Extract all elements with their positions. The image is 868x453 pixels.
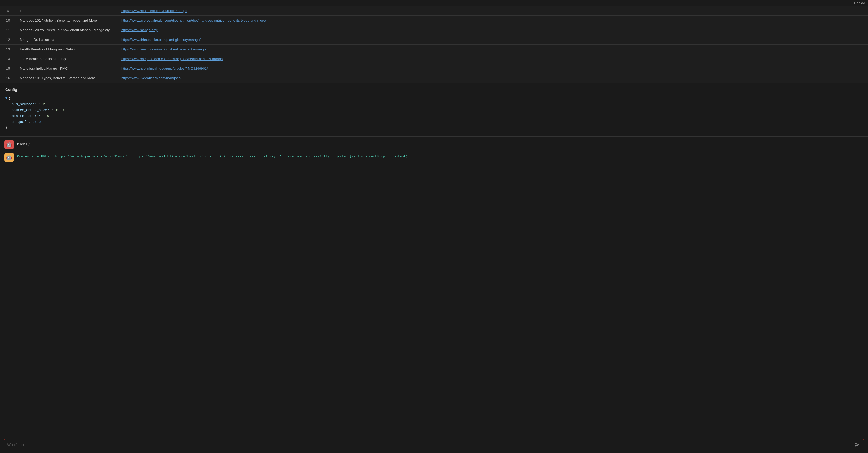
table-row: 12Mango - Dr. Hauschkahttps://www.drhaus… bbox=[0, 35, 868, 44]
table-row: 14Top 5 health benefits of mangohttps://… bbox=[0, 54, 868, 64]
source-chunk-size-key: "source_chunk_size" bbox=[10, 108, 49, 112]
table-row: 9Ithttps://www.healthline.com/nutrition/… bbox=[0, 6, 868, 16]
row-title: Mangifera Indica Mango - PMC bbox=[16, 64, 118, 73]
results-table: 9Ithttps://www.healthline.com/nutrition/… bbox=[0, 6, 868, 83]
row-title: Mangoes 101 Nutrition, Benefits, Types, … bbox=[16, 16, 118, 25]
row-url[interactable]: https://www.ncbi.nlm.nih.gov/pmc/article… bbox=[118, 64, 868, 73]
table-row: 15Mangifera Indica Mango - PMChttps://ww… bbox=[0, 64, 868, 73]
message-row-2: 🤖 Contents in URLs ['https://en.wikipedi… bbox=[4, 153, 864, 162]
collapse-arrow[interactable]: ▼ bbox=[5, 96, 7, 101]
message-row-1: 🤖 learn 0,1 bbox=[4, 140, 864, 150]
chat-input[interactable] bbox=[7, 443, 853, 447]
result-link[interactable]: https://www.health.com/nutrition/health-… bbox=[121, 47, 206, 51]
row-url[interactable]: https://www.everydayhealth.com/diet-nutr… bbox=[118, 16, 868, 25]
row-title: Top 5 health benefits of mango bbox=[16, 54, 118, 64]
table-row: 10Mangoes 101 Nutrition, Benefits, Types… bbox=[0, 16, 868, 25]
num-sources-key: "num_sources" bbox=[10, 102, 37, 106]
unique-value: true bbox=[32, 120, 40, 124]
content-area: 9Ithttps://www.healthline.com/nutrition/… bbox=[0, 6, 868, 436]
row-id: 12 bbox=[0, 35, 16, 44]
row-title: Mangoes 101 Types, Benefits, Storage and… bbox=[16, 73, 118, 83]
row-url[interactable]: https://www.healthline.com/nutrition/man… bbox=[118, 6, 868, 16]
result-link[interactable]: https://www.ncbi.nlm.nih.gov/pmc/article… bbox=[121, 66, 208, 70]
row-url[interactable]: https://www.bbcgoodfood.com/howto/guide/… bbox=[118, 54, 868, 64]
send-icon bbox=[855, 442, 860, 447]
row-id: 13 bbox=[0, 44, 16, 54]
row-id: 14 bbox=[0, 54, 16, 64]
input-container bbox=[4, 439, 864, 450]
result-link[interactable]: https://www.bbcgoodfood.com/howto/guide/… bbox=[121, 57, 223, 61]
top-bar: Deploy bbox=[0, 0, 868, 6]
table-row: 11Mangos - All You Need To Know About Ma… bbox=[0, 25, 868, 35]
row-url[interactable]: https://www.drhauschka.com/plant-glossar… bbox=[118, 35, 868, 44]
config-json: ▼{ "num_sources" : 2 "source_chunk_size"… bbox=[5, 95, 863, 132]
row-title: Mango - Dr. Hauschka bbox=[16, 35, 118, 44]
num-sources-value: 2 bbox=[43, 102, 45, 106]
result-link[interactable]: https://www.healthline.com/nutrition/man… bbox=[121, 9, 187, 13]
row-id: 15 bbox=[0, 64, 16, 73]
row-title: Mangos - All You Need To Know About Mang… bbox=[16, 25, 118, 35]
avatar-2: 🤖 bbox=[4, 153, 14, 162]
row-title: It bbox=[16, 6, 118, 16]
config-label: Config bbox=[5, 88, 863, 92]
min-rel-score-value: 0 bbox=[47, 114, 49, 118]
row-title: Health Benefits of Mangoes - Nutrition bbox=[16, 44, 118, 54]
table-row: 16Mangoes 101 Types, Benefits, Storage a… bbox=[0, 73, 868, 83]
row-id: 11 bbox=[0, 25, 16, 35]
source-chunk-size-value: 1000 bbox=[55, 108, 64, 112]
unique-key: "unique" bbox=[10, 120, 26, 124]
result-link[interactable]: https://www.everydayhealth.com/diet-nutr… bbox=[121, 19, 266, 23]
input-bar bbox=[0, 436, 868, 453]
message-text-1: learn 0,1 bbox=[17, 140, 31, 147]
result-link[interactable]: https://www.mango.org/ bbox=[121, 28, 158, 32]
result-link[interactable]: https://www.drhauschka.com/plant-glossar… bbox=[121, 38, 200, 42]
row-id: 16 bbox=[0, 73, 16, 83]
deploy-label: Deploy bbox=[854, 1, 865, 5]
table-row: 13Health Benefits of Mangoes - Nutrition… bbox=[0, 44, 868, 54]
row-url[interactable]: https://www.liveeatlearn.com/mangoes/ bbox=[118, 73, 868, 83]
row-id: 9 bbox=[0, 6, 16, 16]
row-url[interactable]: https://www.mango.org/ bbox=[118, 25, 868, 35]
message-text-2: Contents in URLs ['https://en.wikipedia.… bbox=[17, 153, 410, 159]
avatar-1: 🤖 bbox=[4, 140, 14, 150]
config-section: Config ▼{ "num_sources" : 2 "source_chun… bbox=[0, 83, 868, 136]
result-link[interactable]: https://www.liveeatlearn.com/mangoes/ bbox=[121, 76, 181, 80]
row-id: 10 bbox=[0, 16, 16, 25]
row-url[interactable]: https://www.health.com/nutrition/health-… bbox=[118, 44, 868, 54]
min-rel-score-key: "min_rel_score" bbox=[10, 114, 41, 118]
send-button[interactable] bbox=[853, 442, 861, 448]
chat-area: 🤖 learn 0,1 🤖 Contents in URLs ['https:/… bbox=[0, 136, 868, 169]
